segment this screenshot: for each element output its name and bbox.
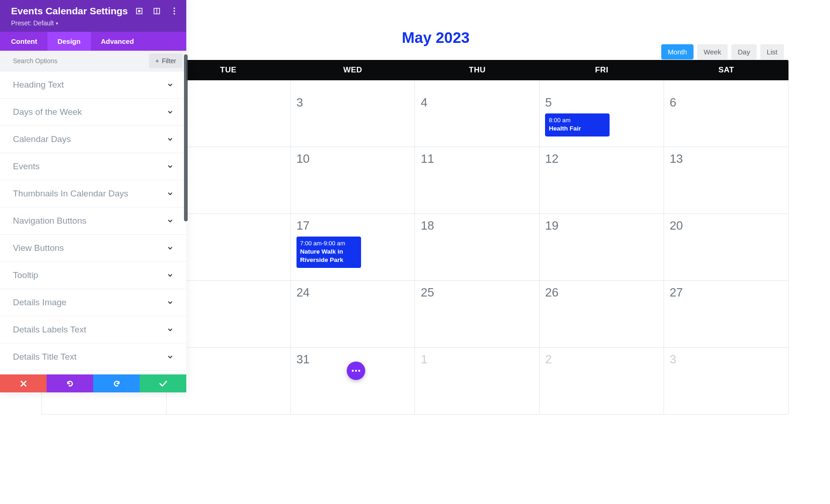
calendar-day-cell[interactable]: 31 (291, 348, 415, 415)
day-number: 6 (670, 95, 783, 110)
event-chip[interactable]: 7:00 am-9:00 amNature Walk in Riverside … (296, 237, 361, 268)
chevron-down-icon (167, 299, 173, 306)
expand-icon[interactable] (136, 7, 143, 15)
day-number: 1 (421, 352, 534, 367)
view-day-button[interactable]: Day (731, 44, 757, 59)
day-number: 12 (545, 152, 658, 166)
option-row[interactable]: Events (0, 153, 186, 180)
day-number: 9 (172, 152, 285, 166)
svg-point-7 (352, 370, 354, 372)
calendar-day-cell[interactable]: 58:00 amHealth Fair (540, 80, 664, 147)
option-label: View Buttons (13, 243, 64, 253)
day-number: 30 (172, 352, 285, 367)
undo-icon (66, 379, 74, 388)
day-number: 4 (421, 95, 534, 110)
option-label: Events (13, 161, 40, 172)
panel-scrollbar[interactable] (184, 54, 188, 221)
day-number: 17 (296, 219, 409, 233)
event-chip[interactable]: 8:00 amHealth Fair (545, 113, 610, 136)
day-number: 23 (172, 285, 285, 300)
calendar-day-cell[interactable]: 20 (664, 214, 788, 281)
panel-footer (0, 374, 186, 392)
snap-icon[interactable] (153, 7, 160, 15)
check-icon (159, 380, 167, 387)
option-label: Calendar Days (13, 134, 71, 144)
cancel-button[interactable] (0, 374, 47, 392)
chevron-down-icon (167, 245, 173, 251)
preset-dropdown[interactable]: Preset: Default (11, 19, 58, 27)
calendar-day-cell[interactable]: 12 (540, 147, 664, 214)
dots-icon (351, 369, 361, 372)
svg-point-8 (355, 370, 357, 372)
day-number: 5 (545, 95, 658, 110)
panel-header: Events Calendar Settings Preset: Default (0, 0, 186, 32)
chevron-down-icon (167, 136, 173, 142)
calendar-day-cell[interactable]: 2 (540, 348, 664, 415)
search-row: Filter (0, 51, 186, 71)
calendar-day-cell[interactable]: 18 (415, 214, 540, 281)
calendar-day-cell[interactable]: 27 (664, 281, 788, 348)
calendar-day-cell[interactable]: 6 (664, 80, 788, 147)
tab-design[interactable]: Design (47, 32, 91, 51)
undo-button[interactable] (47, 374, 93, 392)
calendar-day-cell[interactable]: 177:00 am-9:00 amNature Walk in Riversid… (291, 214, 415, 281)
fab-more-button[interactable] (347, 362, 365, 380)
calendar-day-cell[interactable]: 4 (415, 80, 540, 147)
calendar-day-cell[interactable]: 25 (415, 281, 540, 348)
svg-point-5 (173, 10, 175, 12)
option-row[interactable]: Heading Text (0, 71, 186, 99)
day-header-cell: THU (415, 60, 540, 80)
option-row[interactable]: View Buttons (0, 235, 186, 262)
option-row[interactable]: Details Labels Text (0, 316, 186, 344)
event-title: Nature Walk in Riverside Park (300, 248, 357, 264)
event-time: 8:00 am (549, 116, 606, 125)
option-label: Days of the Week (13, 107, 82, 117)
option-label: Details Labels Text (13, 325, 86, 335)
day-number: 20 (670, 219, 783, 233)
view-week-button[interactable]: Week (697, 44, 728, 59)
calendar-title: May 2023 (402, 29, 470, 47)
chevron-down-icon (167, 190, 173, 197)
day-number: 2 (172, 95, 285, 110)
settings-panel: Events Calendar Settings Preset: Default… (0, 0, 186, 392)
redo-button[interactable] (93, 374, 140, 392)
chevron-down-icon (167, 163, 173, 170)
chevron-down-icon (167, 109, 173, 115)
day-number: 3 (670, 352, 783, 367)
view-list-button[interactable]: List (760, 44, 784, 59)
option-row[interactable]: Details Image (0, 289, 186, 316)
event-title: Health Fair (549, 125, 606, 133)
option-row[interactable]: Tooltip (0, 262, 186, 289)
chevron-down-icon (167, 218, 173, 224)
day-number: 11 (421, 152, 534, 166)
day-number: 19 (545, 219, 658, 233)
day-number: 10 (296, 152, 409, 166)
panel-title: Events Calendar Settings (11, 6, 128, 17)
calendar-day-cell[interactable]: 3 (664, 348, 788, 415)
tab-content[interactable]: Content (0, 32, 47, 51)
tab-advanced[interactable]: Advanced (91, 32, 144, 51)
option-row[interactable]: Navigation Buttons (0, 208, 186, 235)
calendar-day-cell[interactable]: 3 (291, 80, 415, 147)
search-input[interactable] (0, 52, 149, 70)
calendar-day-cell[interactable]: 11 (415, 147, 540, 214)
option-row[interactable]: Days of the Week (0, 99, 186, 126)
option-row[interactable]: Details Title Text (0, 344, 186, 371)
event-time: 7:00 am-9:00 am (300, 239, 357, 248)
view-month-button[interactable]: Month (661, 44, 694, 59)
calendar-day-cell[interactable]: 24 (291, 281, 415, 348)
filter-button[interactable]: Filter (149, 53, 183, 68)
option-label: Thumbnails In Calendar Days (13, 189, 128, 199)
calendar-day-cell[interactable]: 26 (540, 281, 664, 348)
save-button[interactable] (140, 374, 186, 392)
option-row[interactable]: Calendar Days (0, 126, 186, 153)
day-number: 24 (296, 285, 409, 300)
close-icon (20, 380, 27, 387)
calendar-day-cell[interactable]: 19 (540, 214, 664, 281)
calendar-day-cell[interactable]: 13 (664, 147, 788, 214)
more-icon[interactable] (171, 7, 178, 15)
calendar-day-cell[interactable]: 1 (415, 348, 540, 415)
chevron-down-icon (167, 354, 173, 360)
option-row[interactable]: Thumbnails In Calendar Days (0, 180, 186, 208)
calendar-day-cell[interactable]: 10 (291, 147, 415, 214)
